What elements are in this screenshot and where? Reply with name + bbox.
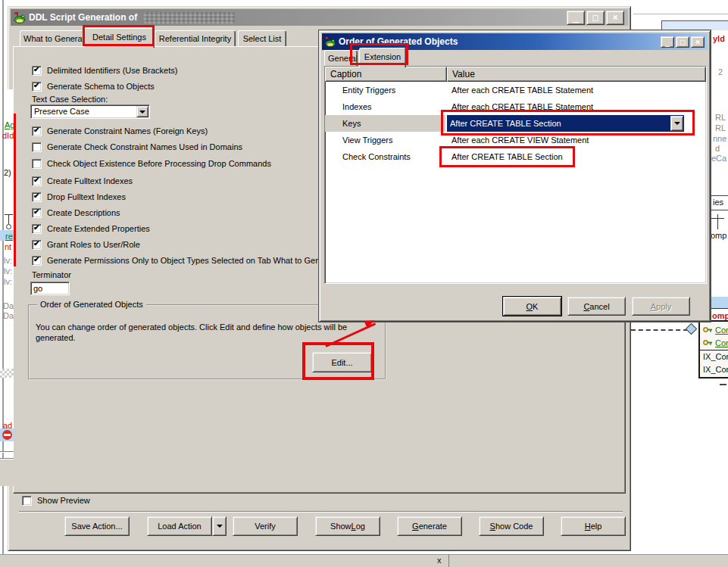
checkbox-delimited-identifiers[interactable]	[32, 66, 42, 76]
toad-app-icon	[14, 11, 26, 23]
checkbox-generate-permissions[interactable]	[32, 256, 42, 266]
caption-value-table: Caption Value Entity Triggers After each…	[324, 66, 707, 284]
bg-text-fragment: 2)	[4, 168, 11, 177]
apply-button[interactable]: Apply	[632, 297, 690, 316]
bg-bottom-divider	[448, 554, 449, 567]
dropdown-arrow-button[interactable]	[670, 116, 683, 131]
checkbox-label: Check Object Existence Before Processing…	[47, 159, 271, 169]
dialog-title: DDL Script Generation of	[29, 12, 137, 23]
show-log-button[interactable]: Show Log	[315, 516, 380, 536]
close-button[interactable]: ×	[691, 36, 705, 48]
checkbox-label: Generate Schema to Objects	[47, 82, 155, 92]
text-case-dropdown[interactable]: Preserve Case	[30, 104, 150, 119]
bg-selection-band	[711, 297, 728, 309]
relationship-connector	[8, 214, 9, 224]
group-description: You can change order of generated object…	[36, 322, 347, 332]
terminator-label: Terminator	[32, 270, 71, 280]
bg-table-header-line	[711, 210, 728, 210]
column-header-value[interactable]: Value	[447, 67, 706, 82]
dropdown-value: After CREATE TABLE Section	[447, 119, 670, 128]
primary-key-icon	[703, 338, 713, 347]
bg-text-fragment: lv:	[4, 277, 12, 286]
row-caption: View Triggers	[325, 132, 447, 148]
row-value: After each CREATE TABLE Statement	[447, 82, 706, 98]
checkbox-label: Delimited Identifiers (Use Brackets)	[47, 66, 177, 76]
separator	[19, 511, 623, 512]
bg-text-fragment: eCa	[711, 154, 726, 163]
no-entry-icon	[2, 430, 12, 440]
relationship-connector	[711, 218, 724, 219]
checkbox-show-preview[interactable]	[22, 496, 32, 506]
checkbox-object-existence[interactable]	[32, 159, 42, 169]
tab-what-to-generate[interactable]: What to Generate	[20, 30, 84, 46]
row-value: After each CREATE TABLE Statement	[447, 98, 706, 115]
tab-detail-settings[interactable]: Detail Settings	[84, 28, 155, 48]
ok-button[interactable]: OK	[503, 297, 561, 316]
bg-text-fragment: lv:	[4, 266, 12, 276]
cancel-button[interactable]: Cancel	[567, 297, 626, 316]
tab-extension[interactable]: Extension	[359, 48, 406, 67]
table-row[interactable]: View Triggers After each CREATE VIEW Sta…	[325, 132, 706, 148]
load-action-dropdown-button[interactable]	[212, 516, 227, 536]
minimize-button[interactable]: _	[567, 11, 585, 25]
title-bar[interactable]: DDL Script Generation of _ □ ×	[11, 9, 628, 26]
checkbox-generate-schema[interactable]	[32, 82, 42, 92]
bg-window-top-line	[633, 14, 728, 14]
maximize-button[interactable]: □	[586, 11, 605, 25]
table-row[interactable]: Check Constraints After CREATE TABLE Sec…	[325, 148, 706, 165]
edit-button[interactable]: Edit...	[312, 352, 372, 372]
bg-bottom-bar[interactable]	[0, 554, 728, 567]
maximize-button[interactable]: □	[676, 36, 689, 48]
table-row[interactable]: Entity Triggers After each CREATE TABLE …	[325, 82, 706, 98]
column-header-caption[interactable]: Caption	[325, 67, 447, 82]
help-button[interactable]: Help	[561, 516, 626, 536]
tab-referential-integrity[interactable]: Referential Integrity	[155, 30, 236, 46]
primary-key-icon	[703, 326, 713, 335]
show-code-button[interactable]: Show Code	[479, 516, 544, 536]
chevron-down-icon	[674, 122, 680, 125]
tab-general[interactable]: General	[324, 50, 358, 66]
save-action-button[interactable]: Save Action...	[64, 516, 130, 536]
checkbox-label: Create Fulltext Indexes	[47, 176, 133, 186]
bg-window-edge	[0, 451, 14, 453]
minimize-button[interactable]: _	[661, 36, 674, 48]
text-case-label: Text Case Selection:	[32, 95, 108, 104]
bg-text-fragment: re	[5, 232, 13, 241]
terminator-input[interactable]	[30, 282, 70, 295]
bg-text-fragment: Da	[3, 311, 14, 320]
tab-select-list[interactable]: Select List	[238, 30, 286, 46]
checkbox-grant-roles[interactable]	[32, 240, 42, 250]
entity-attribute: Comp	[715, 326, 728, 335]
checkbox-constraint-names[interactable]	[32, 126, 42, 136]
entity-box[interactable]: Comp Conta IX_Comp IX_Conta	[698, 320, 728, 379]
checkbox-check-constraint-names[interactable]	[32, 142, 42, 152]
checkbox-create-descriptions[interactable]	[32, 208, 42, 218]
bg-text-fragment: ies	[713, 198, 723, 207]
redacted-model-name	[144, 12, 235, 23]
close-button[interactable]: ×	[606, 11, 624, 25]
bg-text-fragment: RL	[715, 113, 726, 122]
verify-button[interactable]: Verify	[233, 516, 298, 536]
chevron-down-icon	[217, 525, 223, 528]
entity-divider	[700, 350, 728, 350]
checkbox-extended-properties[interactable]	[32, 224, 42, 234]
bg-text-fragment: yld	[713, 34, 725, 43]
bg-text-fragment: RL	[715, 123, 726, 132]
bg-dash	[720, 384, 726, 385]
dropdown-arrow-button[interactable]	[136, 106, 148, 117]
checkbox-create-fulltext[interactable]	[32, 176, 42, 186]
row-caption: Indexes	[325, 98, 447, 115]
checkbox-drop-fulltext[interactable]	[32, 192, 42, 202]
value-dropdown-editor[interactable]: After CREATE TABLE Section	[445, 114, 686, 133]
bg-text-fragment: omp	[712, 311, 728, 320]
row-value: After each CREATE VIEW Statement	[447, 132, 706, 148]
table-row[interactable]: Indexes After each CREATE TABLE Statemen…	[325, 98, 706, 115]
checkbox-label: Generate Constraint Names (Foreign Keys)	[47, 126, 208, 136]
generate-button[interactable]: Generate	[397, 516, 462, 536]
table-row-selected[interactable]: Keys After CREATE TABLE Section	[325, 115, 706, 132]
relationship-dashed-line	[631, 329, 688, 331]
row-caption: Check Constraints	[325, 148, 447, 165]
dialog-title: Order of Generated Objects	[339, 36, 458, 47]
load-action-button[interactable]: Load Action	[147, 516, 212, 536]
checkbox-label: Generate Permissions Only to Object Type…	[47, 256, 339, 266]
